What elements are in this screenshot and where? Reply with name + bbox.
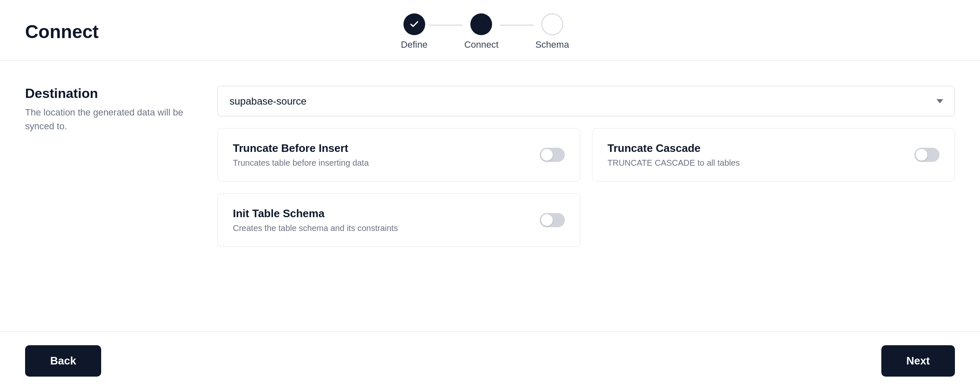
- truncate-before-insert-card: Truncate Before Insert Truncates table b…: [217, 128, 580, 182]
- next-button[interactable]: Next: [881, 345, 955, 377]
- toggle-cards-row-2: Init Table Schema Creates the table sche…: [217, 193, 955, 247]
- truncate-before-insert-desc: Truncates table before inserting data: [233, 158, 369, 168]
- step-connect-circle: [470, 13, 492, 35]
- step-connect: Connect: [464, 13, 498, 50]
- init-table-schema-desc: Creates the table schema and its constra…: [233, 223, 398, 233]
- init-table-schema-text: Init Table Schema Creates the table sche…: [233, 207, 398, 233]
- destination-select-wrapper[interactable]: supabase-source: [217, 86, 955, 116]
- back-button[interactable]: Back: [25, 345, 101, 377]
- step-schema-circle: [541, 13, 563, 35]
- stepper: Define Connect Schema: [401, 13, 569, 50]
- header: Connect Define Connect: [0, 0, 980, 61]
- init-table-schema-title: Init Table Schema: [233, 207, 398, 220]
- step-connector-2: [500, 25, 533, 26]
- truncate-cascade-card: Truncate Cascade TRUNCATE CASCADE to all…: [592, 128, 955, 182]
- init-table-schema-card: Init Table Schema Creates the table sche…: [217, 193, 580, 247]
- truncate-before-insert-toggle[interactable]: [540, 148, 565, 162]
- truncate-cascade-desc: TRUNCATE CASCADE to all tables: [607, 158, 740, 168]
- destination-section: Destination The location the generated d…: [25, 86, 955, 247]
- step-schema: Schema: [535, 13, 569, 50]
- step-connect-label: Connect: [464, 39, 498, 50]
- truncate-cascade-title: Truncate Cascade: [607, 142, 740, 155]
- truncate-before-insert-text: Truncate Before Insert Truncates table b…: [233, 142, 369, 168]
- step-define: Define: [401, 13, 428, 50]
- main-content: Destination The location the generated d…: [0, 61, 980, 331]
- destination-controls: supabase-source Truncate Before Insert T…: [217, 86, 955, 247]
- init-table-schema-toggle[interactable]: [540, 213, 565, 227]
- step-define-circle: [403, 13, 425, 35]
- step-connector-1: [429, 25, 462, 26]
- truncate-cascade-toggle[interactable]: [914, 148, 939, 162]
- destination-title: Destination: [25, 86, 184, 101]
- truncate-cascade-text: Truncate Cascade TRUNCATE CASCADE to all…: [607, 142, 740, 168]
- step-schema-label: Schema: [535, 39, 569, 50]
- destination-label: Destination The location the generated d…: [25, 86, 184, 247]
- toggle-cards-row-1: Truncate Before Insert Truncates table b…: [217, 128, 955, 182]
- destination-desc: The location the generated data will be …: [25, 105, 184, 133]
- truncate-before-insert-title: Truncate Before Insert: [233, 142, 369, 155]
- footer: Back Next: [0, 331, 980, 390]
- page-title: Connect: [25, 21, 99, 42]
- step-define-label: Define: [401, 39, 428, 50]
- destination-select[interactable]: supabase-source: [217, 86, 955, 116]
